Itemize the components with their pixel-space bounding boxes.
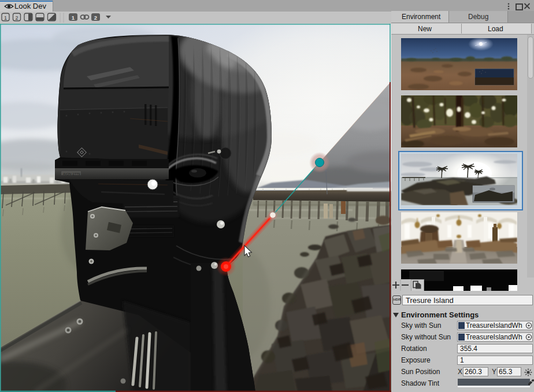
svg-text:2: 2	[94, 14, 97, 21]
svg-text:1: 1	[72, 14, 75, 21]
svg-text:2: 2	[15, 15, 18, 21]
svg-text:1: 1	[4, 15, 7, 21]
svg-text:AION 2779: AION 2779	[63, 172, 80, 176]
